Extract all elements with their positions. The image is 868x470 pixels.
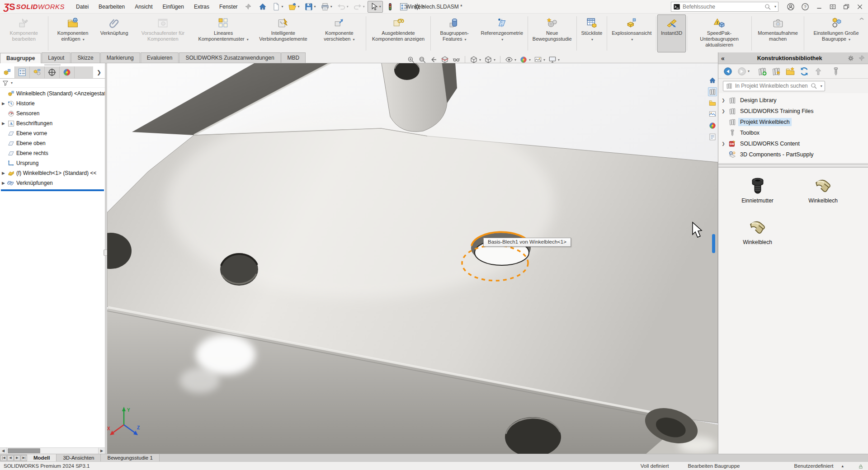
config-state-text[interactable]: Benutzerdefiniert [794, 463, 834, 469]
scroll-right-icon[interactable]: ▶ [98, 448, 105, 454]
tab-display-manager[interactable] [60, 66, 75, 78]
view-tab-bewegungsstudie-1[interactable]: Bewegungsstudie 1 [101, 454, 159, 461]
collapse-ribbon-icon[interactable] [858, 15, 865, 23]
help-icon[interactable]: ? [801, 3, 809, 11]
ribbon-button[interactable]: Intelligente Verbindungselemente [253, 14, 314, 52]
pane-scroll-indicator[interactable] [712, 234, 715, 253]
3d-model-view[interactable]: Y X Z [107, 63, 718, 454]
home-button[interactable] [256, 1, 269, 13]
menu-ansicht[interactable]: Ansicht [130, 2, 157, 12]
graphics-area[interactable]: Y X Z Basis-Blech1 von Winkelblech<1> [107, 63, 718, 454]
pane-pin-icon[interactable] [858, 55, 865, 62]
redo-button[interactable]: ▾ [351, 1, 367, 13]
dropdown-caret-icon[interactable]: ▾ [631, 38, 633, 42]
dropdown-caret-icon[interactable]: ▾ [591, 38, 593, 42]
tab-solidworks-resources[interactable] [708, 76, 717, 85]
save-button[interactable]: ▾ [302, 1, 318, 13]
tab-property-manager[interactable] [15, 66, 30, 78]
user-account-icon[interactable] [787, 3, 795, 11]
collapse-pane-icon[interactable]: « [721, 55, 732, 62]
view-tab-modell[interactable]: Modell [27, 454, 57, 461]
undo-button[interactable]: ▾ [335, 1, 350, 13]
first-tab-icon[interactable]: |◀ [0, 455, 7, 461]
feature-tree-item[interactable]: ▶(f) Winkelblech<1> (Standard) << [1, 168, 105, 178]
tag-icon[interactable] [857, 462, 864, 470]
feature-panel-scrollbar[interactable]: ◀ ▶ [0, 447, 105, 454]
filter-funnel-icon[interactable] [2, 80, 9, 87]
menu-einfügen[interactable]: Einfügen [158, 2, 189, 12]
tab-view-palette[interactable] [708, 110, 717, 119]
view-settings-button[interactable]: ▾ [548, 56, 560, 64]
command-tab-mbd[interactable]: MBD [281, 52, 306, 63]
dropdown-caret-icon[interactable]: ▾ [849, 38, 850, 42]
add-file-location-icon[interactable] [771, 66, 781, 76]
scrollbar-thumb[interactable] [8, 448, 40, 453]
pane-options-gear-icon[interactable] [847, 55, 854, 62]
ribbon-button[interactable]: Ausgeblendete Komponenten anzeigen [367, 14, 429, 52]
feature-tree-item[interactable]: Ebene vorne [1, 128, 105, 138]
tab-file-explorer[interactable] [708, 99, 717, 108]
command-tab-markierung[interactable]: Markierung [100, 52, 140, 63]
scroll-left-icon[interactable]: ◀ [0, 448, 7, 454]
library-search-box[interactable]: In Projekt Winkelblech suchen ▾ [723, 81, 825, 91]
print-button[interactable]: ▾ [319, 1, 334, 13]
library-tree-item[interactable]: ❯Design Library [720, 95, 868, 106]
command-search-box[interactable]: Befehlssuche ▾ [671, 2, 778, 12]
zoom-fit-button[interactable] [407, 56, 415, 64]
feature-tree-item[interactable]: Ebene rechts [1, 148, 105, 158]
ribbon-button[interactable]: Referenzgeometrie ▾ [477, 14, 527, 52]
tab-design-library[interactable] [708, 87, 717, 96]
edit-appearance-button[interactable]: ▾ [519, 56, 531, 64]
view-tab-3d-ansichten[interactable]: 3D-Ansichten [57, 454, 101, 461]
section-view-button[interactable] [441, 56, 449, 64]
ribbon-button[interactable]: Momentaufnahme machen [753, 14, 803, 52]
new-document-button[interactable]: ▾ [270, 1, 285, 13]
dropdown-caret-icon[interactable]: ▾ [83, 38, 85, 42]
feature-tree-item[interactable]: ▶Historie [1, 99, 105, 108]
dynamic-annotation-button[interactable] [452, 56, 460, 64]
expand-arrow-icon[interactable]: ❯ [720, 141, 726, 146]
tab-appearances[interactable] [708, 121, 717, 130]
library-tree-item[interactable]: Projekt Winkelblech [720, 117, 868, 127]
command-tab-evaluieren[interactable]: Evaluieren [141, 52, 179, 63]
expand-arrow-icon[interactable]: ▶ [1, 101, 6, 106]
feature-tree-item[interactable]: ▶Verknüpfungen [1, 178, 105, 188]
search-dropdown-icon[interactable]: ▾ [774, 5, 776, 9]
next-tab-icon[interactable]: ▶ [14, 455, 20, 461]
library-splitter[interactable] [718, 164, 868, 168]
settings-button[interactable]: ▾ [411, 1, 426, 13]
expand-arrow-icon[interactable]: ❯ [720, 109, 726, 113]
move-up-icon[interactable] [813, 66, 823, 76]
dropdown-caret-icon[interactable]: ▾ [247, 38, 249, 42]
ribbon-button[interactable]: Lineares Komponentenmuster ▾ [194, 14, 253, 52]
library-item[interactable]: Einnietmutter [725, 173, 790, 215]
hide-show-items-button[interactable]: ▾ [505, 56, 516, 64]
tab-dimxpert-manager[interactable] [45, 66, 60, 78]
ribbon-button[interactable]: Verknüpfung [97, 14, 132, 52]
ribbon-button[interactable]: Vorschaufenster für Komponenten [132, 14, 194, 52]
panel-grip-handle[interactable] [0, 63, 105, 66]
menu-fenster[interactable]: Fenster [214, 2, 243, 12]
ribbon-button[interactable]: Komponente bearbeiten [1, 14, 47, 52]
feature-tree-root[interactable]: Winkelblech (Standard) <Anzeigestatu [1, 89, 105, 99]
dropdown-caret-icon[interactable]: ▾ [501, 38, 503, 42]
refresh-icon[interactable] [799, 66, 809, 76]
expand-arrow-icon[interactable]: ▶ [1, 171, 6, 175]
expand-arrow-icon[interactable]: ❯ [720, 98, 726, 103]
library-search-icon[interactable] [810, 82, 817, 89]
restore-window-icon[interactable] [843, 3, 850, 10]
create-new-folder-icon[interactable] [785, 66, 795, 76]
library-tree-item[interactable]: Toolbox [720, 127, 868, 138]
ribbon-button[interactable]: Komponenten einfügen ▾ [49, 14, 96, 52]
add-to-library-icon[interactable] [757, 66, 767, 76]
last-tab-icon[interactable]: ▶| [21, 455, 27, 461]
search-icon[interactable] [764, 3, 771, 10]
command-tab-layout[interactable]: Layout [42, 52, 71, 63]
tab-custom-properties[interactable] [708, 132, 717, 141]
pin-menu-icon[interactable] [245, 3, 252, 10]
apply-scene-button[interactable]: ▾ [534, 56, 545, 64]
filter-dropdown-icon[interactable]: ▾ [11, 81, 13, 85]
expand-arrow-icon[interactable]: ▶ [1, 121, 6, 126]
dropdown-caret-icon[interactable]: ▾ [464, 38, 466, 42]
options-list-button[interactable] [397, 1, 410, 13]
